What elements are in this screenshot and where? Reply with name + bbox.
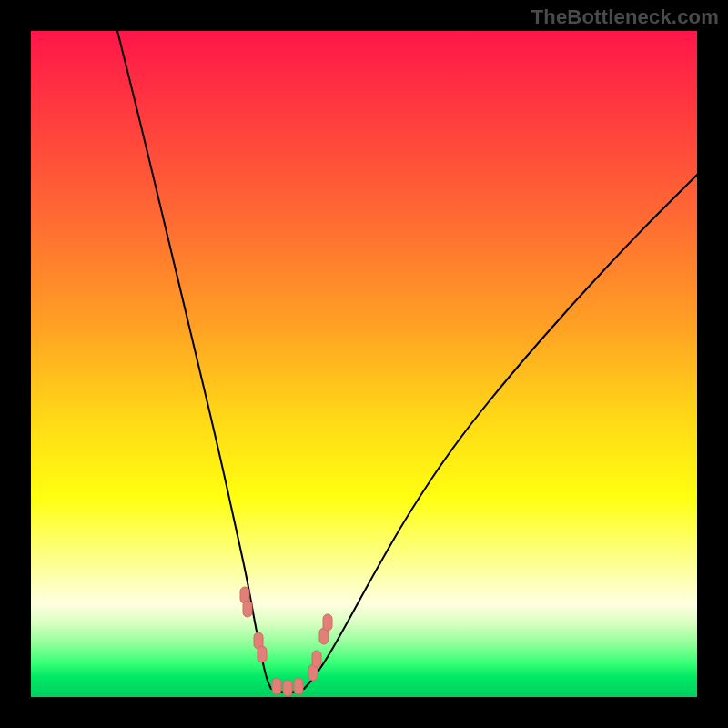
plot-area bbox=[31, 31, 697, 697]
svg-rect-5 bbox=[283, 680, 292, 696]
marker bbox=[312, 651, 321, 667]
watermark-text: TheBottleneck.com bbox=[531, 5, 719, 29]
svg-rect-6 bbox=[294, 678, 303, 694]
marker bbox=[283, 680, 292, 696]
svg-rect-4 bbox=[272, 678, 281, 694]
marker bbox=[258, 646, 267, 662]
svg-rect-1 bbox=[243, 601, 252, 617]
marker bbox=[323, 614, 332, 631]
marker bbox=[243, 601, 252, 617]
svg-rect-3 bbox=[258, 646, 267, 662]
svg-rect-10 bbox=[323, 614, 332, 631]
marker-group bbox=[240, 587, 332, 696]
outer-frame: TheBottleneck.com bbox=[0, 0, 728, 728]
svg-rect-8 bbox=[312, 651, 321, 667]
curve-layer bbox=[31, 31, 697, 697]
marker bbox=[294, 678, 303, 694]
marker bbox=[272, 678, 281, 694]
curve-right-arm bbox=[304, 175, 697, 689]
